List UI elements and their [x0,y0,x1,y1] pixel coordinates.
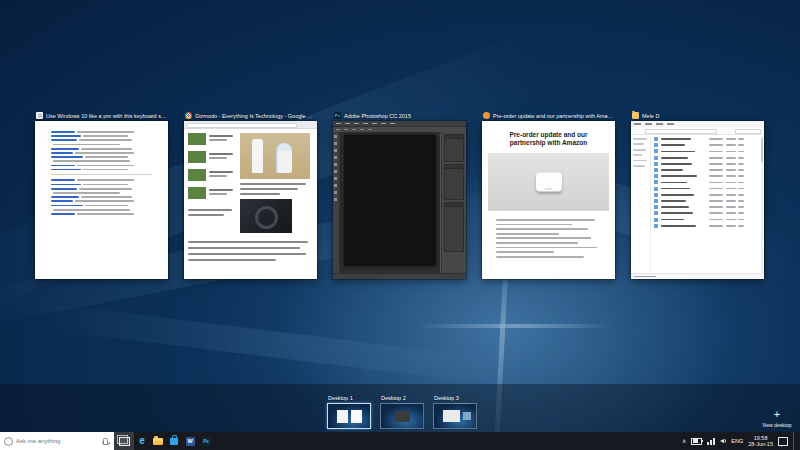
window-thumbnail-eero-blog[interactable]: Pre-order update and our partnership wit… [482,110,615,279]
photoshop-canvas [340,132,440,274]
decor-line [709,200,723,202]
show-desktop-button[interactable] [793,432,797,450]
decor-line [738,200,744,202]
decor-line [51,131,75,133]
text-line [188,241,308,243]
decor-line [726,212,736,214]
decor-line [709,225,723,227]
text-line [188,253,306,255]
decor-line [496,247,597,249]
decor-line [633,143,644,145]
decor-line [51,184,152,186]
battery-icon[interactable] [691,438,702,445]
decor-line [738,163,744,165]
decor-line [51,184,81,186]
taskbar-word-button[interactable]: W [182,432,198,450]
decor-line [51,179,75,181]
desktop-3[interactable]: Desktop 3 [433,395,477,429]
window-thumbnail-chrome[interactable]: Gizmodo - Everything Is Technology - Goo… [184,110,317,279]
decor-line [51,148,152,150]
article-thumbnail [188,187,236,203]
decor-line [661,188,690,190]
taskbar: e W Ps ∧ ENG 19:58 28-Jun-15 [0,432,800,450]
decor-line [654,199,658,203]
action-center-icon[interactable] [778,437,788,446]
taskbar-clock[interactable]: 19:58 28-Jun-15 [748,435,773,448]
decor-line [81,148,132,150]
window-titlebar: Ps Adobe Photoshop CC 2015 [333,110,466,121]
decor-line [709,163,723,165]
desktop-label: Desktop 2 [381,395,424,401]
text-line [188,259,276,261]
desktop-1-thumbnail[interactable] [327,403,371,429]
article-thumbnail [188,151,236,167]
decor-line [709,206,723,208]
decor-line [661,157,688,159]
photoshop-taskbar-icon: Ps [202,437,211,446]
browser-toolbar [184,121,317,129]
store-icon [170,438,178,445]
decor-line [51,165,152,167]
panel [444,202,464,252]
article-thumbnail [188,133,236,149]
desktop-1[interactable]: Desktop 1 [327,395,371,429]
window-titlebar: Use Windows 10 like a pro with this keyb… [35,110,168,121]
blog-body-skeleton [496,219,601,260]
address-bar [187,123,297,128]
taskbar-photoshop-button[interactable]: Ps [198,432,214,450]
decor-line [654,168,658,172]
taskbar-file-explorer-button[interactable] [150,432,166,450]
window-titlebar: Gizmodo - Everything Is Technology - Goo… [184,110,317,121]
window-titlebar: Mele D [631,110,764,121]
search-input[interactable] [16,438,100,444]
decor-line [83,135,127,137]
window-title-text: Mele D [642,113,763,119]
desktop-2-thumbnail[interactable] [380,403,424,429]
desktop-2[interactable]: Desktop 2 [380,395,424,429]
language-indicator[interactable]: ENG [731,438,743,444]
new-desktop-button[interactable]: + New desktop [758,409,796,428]
r2d2-figure [276,143,292,173]
decor-line [726,219,736,221]
microphone-icon[interactable] [103,438,108,445]
text-line [240,188,298,190]
window-preview-explorer [631,121,764,279]
decor-line [709,182,723,184]
decor-line [51,139,77,141]
mini-window [395,411,410,422]
network-icon[interactable] [707,438,715,445]
cortana-search-box[interactable] [0,432,114,450]
file-explorer-icon [153,438,163,445]
hidden-icons-chevron[interactable]: ∧ [682,438,686,444]
decor-line [738,212,744,214]
mini-window [463,412,471,420]
window-thumbnail-shortcuts-doc[interactable]: Use Windows 10 like a pro with this keyb… [35,110,168,279]
decor-line [51,144,152,146]
decor-line [51,156,83,158]
decor-line [51,196,152,198]
webpage-content [184,129,317,279]
taskbar-store-button[interactable] [166,432,182,450]
decor-line [654,180,658,184]
taskbar-edge-button[interactable]: e [134,432,150,450]
eero-product-photo: eero [488,153,609,211]
desktop-3-thumbnail[interactable] [433,403,477,429]
decor-line [709,151,723,153]
window-preview-photoshop [333,121,466,279]
task-view-button[interactable] [114,432,134,450]
explorer-address-bar [631,127,764,135]
decor-line [654,137,658,141]
decor-line [51,169,81,171]
decor-line [51,135,81,137]
decor-line [738,138,744,140]
photoshop-open-image [344,135,436,266]
volume-icon[interactable] [720,439,724,443]
decor-line [738,157,744,159]
decor-line [51,179,152,181]
window-thumbnail-photoshop[interactable]: Ps Adobe Photoshop CC 2015 [333,110,466,279]
decor-line [654,211,658,215]
window-thumbnail-file-explorer[interactable]: Mele D [631,110,764,279]
mini-window [443,410,460,422]
new-desktop-label: New desktop [758,422,796,428]
plus-icon: + [758,409,796,420]
